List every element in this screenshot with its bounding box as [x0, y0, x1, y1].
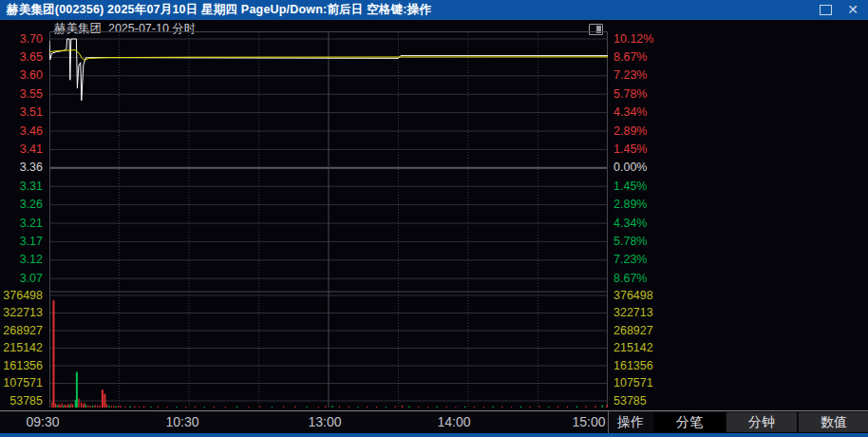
price-axis-left: 3.703.653.603.553.513.463.413.363.313.26… [0, 20, 46, 410]
percent-label: 8.67% [613, 50, 647, 65]
volume-label: 322713 [3, 306, 43, 320]
volume-bar [483, 407, 484, 408]
volume-bar [539, 407, 540, 408]
volume-bar [78, 399, 79, 408]
volume-bar [225, 407, 226, 408]
intraday-chart-canvas[interactable] [49, 31, 608, 408]
volume-bar [85, 405, 86, 408]
volume-bar [70, 404, 71, 408]
volume-bar [408, 406, 409, 408]
volume-bar [307, 407, 308, 408]
price-label: 3.12 [20, 253, 43, 267]
action-button[interactable]: 操作 [608, 411, 652, 433]
percent-label: 5.78% [613, 235, 647, 249]
volume-label: 268927 [613, 324, 653, 338]
volume-bar [331, 406, 332, 408]
volume-bar [55, 404, 56, 408]
volume-bar [520, 407, 521, 408]
volume-bar [118, 406, 119, 408]
price-label: 3.65 [20, 50, 43, 65]
volume-bar [102, 390, 104, 408]
volume-bar [113, 406, 114, 408]
percent-label: 2.89% [613, 124, 647, 139]
volume-bar [108, 406, 109, 408]
volume-bar [134, 407, 135, 408]
close-icon[interactable]: ✕ [847, 0, 859, 20]
volume-label: 53785 [9, 394, 43, 408]
volume-bar [116, 407, 117, 408]
window-controls: ✕ [820, 0, 859, 20]
time-label: 09:30 [26, 414, 59, 429]
volume-bar [294, 407, 295, 408]
time-label: 13:00 [308, 414, 341, 429]
volume-label: 161356 [613, 359, 653, 373]
volume-bar [106, 404, 107, 408]
volume-bar [75, 400, 76, 408]
volume-label: 215142 [3, 341, 43, 355]
volume-bar [386, 407, 387, 408]
volume-bar [83, 404, 84, 408]
volume-bar [66, 406, 66, 408]
price-label: 3.07 [20, 272, 43, 286]
volume-bar [464, 407, 465, 408]
volume-bar [67, 404, 68, 408]
volume-bar [437, 407, 438, 408]
volume-bar [176, 407, 177, 408]
chart-region: 赫美集团 2025-07-10 分时 3.703.653.603.553.513… [0, 20, 868, 410]
volume-bar [260, 407, 261, 408]
price-label: 3.51 [20, 105, 43, 120]
volume-label: 322713 [613, 306, 653, 320]
volume-bar [557, 407, 558, 408]
volume-bar [150, 407, 151, 408]
volume-bar [325, 406, 326, 408]
volume-bar [283, 407, 284, 408]
volume-bar [58, 404, 59, 408]
tab-value[interactable]: 数值 [799, 412, 868, 432]
volume-bar [195, 407, 196, 408]
volume-bar [95, 405, 96, 408]
price-label: 3.36 [20, 161, 43, 175]
volume-bar [248, 407, 249, 408]
volume-label: 107571 [613, 376, 653, 390]
volume-bar [318, 407, 319, 408]
volume-bar [111, 406, 112, 408]
volume-bar [185, 407, 186, 408]
maximize-icon[interactable] [820, 5, 832, 15]
volume-bar [92, 406, 93, 408]
price-label: 3.26 [20, 198, 43, 212]
price-label: 3.41 [20, 142, 43, 157]
price-label: 3.55 [20, 87, 43, 102]
volume-bar [65, 405, 66, 408]
volume-bar [87, 406, 88, 408]
volume-bar [214, 407, 215, 408]
volume-bar [446, 407, 447, 408]
volume-label: 215142 [613, 341, 653, 355]
price-label: 3.31 [20, 180, 43, 194]
percent-label: 4.34% [613, 105, 647, 120]
volume-bar [84, 403, 85, 408]
price-axis-right: 10.12%8.67%7.23%5.78%4.34%2.89%1.45%0.00… [612, 20, 678, 410]
volume-bar [607, 405, 608, 408]
volume-bar [104, 394, 105, 408]
volume-bar [376, 407, 377, 408]
volume-bar [530, 407, 531, 408]
tab-minute[interactable]: 分钟 [726, 412, 797, 432]
price-label: 3.21 [20, 217, 43, 231]
volume-bar [53, 300, 55, 408]
volume-bar [567, 407, 568, 408]
volume-bar [204, 407, 205, 408]
volume-label: 107571 [3, 376, 43, 390]
percent-label: 0.00% [613, 161, 647, 175]
tab-tick[interactable]: 分笔 [654, 412, 725, 432]
volume-bar [60, 406, 61, 408]
volume-bar [158, 407, 159, 408]
volume-label: 161356 [3, 359, 43, 373]
volume-bar [602, 406, 603, 408]
time-label: 14:00 [437, 414, 470, 429]
volume-bar [139, 407, 140, 408]
percent-label: 8.67% [613, 272, 647, 286]
percent-label: 4.34% [613, 217, 647, 231]
volume-label: 376498 [613, 289, 653, 303]
volume-bar [121, 406, 122, 408]
time-label: 10:30 [165, 414, 198, 429]
